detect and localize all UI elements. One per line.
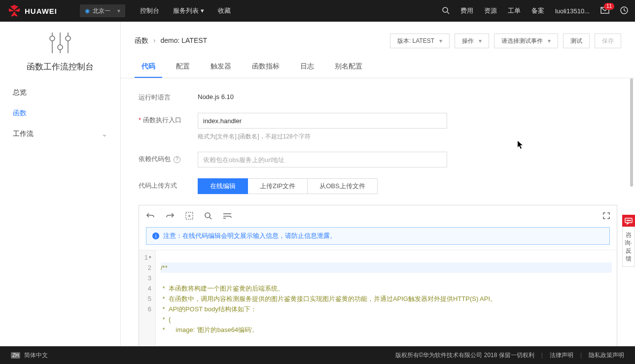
line-gutter: 1▾23456 [139,250,156,346]
tab-metrics[interactable]: 函数指标 [245,57,286,78]
top-bar-right: 费用 资源 工单 备案 luoli13510... 11 [442,6,628,16]
upload-mode-group: 在线编辑 上传ZIP文件 从OBS上传文件 [198,178,503,194]
main-area: 函数 › demo: LATEST 版本: LATEST▾ 操作▾ 请选择测试事… [121,22,635,346]
search-icon[interactable] [442,6,450,16]
nav-console[interactable]: 控制台 [140,6,159,15]
sidebar: 函数工作流控制台 总览 函数 工作流⌄ [0,22,121,346]
pin-icon: ◉ [85,7,90,14]
find-icon[interactable] [204,212,212,221]
wrap-icon[interactable] [223,212,232,221]
nav-services[interactable]: 服务列表 ▾ [173,6,204,15]
footer: ZH 简体中文 版权所有©华为软件技术有限公司 2018 保留一切权利 | 法律… [0,346,635,364]
huawei-petal-icon [8,4,21,17]
caret-down-icon: ▾ [548,37,551,44]
breadcrumb-root[interactable]: 函数 [135,36,148,44]
seg-online[interactable]: 在线编辑 [198,178,248,194]
footer-copyright: 版权所有©华为软件技术有限公司 2018 保留一切权利 [395,351,534,360]
sidebar-item-overview[interactable]: 总览 [0,82,120,103]
svg-point-12 [205,213,210,218]
operate-dropdown[interactable]: 操作▾ [455,33,489,48]
feedback-tab[interactable]: 咨询·反馈 [622,227,635,267]
sidebar-title: 函数工作流控制台 [27,61,94,72]
nav-backup[interactable]: 备案 [531,6,544,15]
version-dropdown[interactable]: 版本: LATEST▾ [390,33,450,48]
help-icon[interactable]: ? [174,156,180,163]
breadcrumb-current: demo: LATEST [160,36,207,44]
sidebar-item-workflow[interactable]: 工作流⌄ [0,124,120,144]
dep-input[interactable] [198,152,447,167]
top-bar: HUAWEI ◉ 北京一 ▾ 控制台 服务列表 ▾ 收藏 费用 资源 工单 备案… [0,0,635,22]
region-label: 北京一 [93,7,110,15]
footer-lang[interactable]: 简体中文 [24,351,48,360]
clock-icon[interactable] [620,6,628,16]
code-area[interactable]: 1▾23456 /** * 本函数将构建一个图片鉴黄的后端系统。 * 在函数中，… [139,250,617,346]
chevron-down-icon: ▾ [117,7,120,14]
entry-label: 函数执行入口 [143,116,181,124]
mail-icon[interactable]: 11 [600,7,609,15]
dep-label: 依赖代码包 [139,155,171,163]
test-button[interactable]: 测试 [563,33,590,48]
notification-badge: 11 [604,3,614,10]
region-selector[interactable]: ◉ 北京一 ▾ [80,4,125,17]
brand-logo[interactable]: HUAWEI [0,0,65,22]
tabs: 代码 配置 触发器 函数指标 日志 别名配置 [121,57,635,78]
footer-privacy[interactable]: 隐私政策声明 [589,351,624,360]
svg-point-7 [58,45,63,50]
svg-point-0 [443,7,448,12]
caret-down-icon: ▾ [479,37,482,44]
save-button: 保存 [595,33,621,48]
nav-ticket[interactable]: 工单 [508,6,521,15]
content-area: 运行时语言 Node.js 6.10 *函数执行入口 格式为[文件名].[函数名… [121,78,635,346]
svg-point-20 [628,220,629,221]
code-editor: + i 注意：在线代码编辑会明文展示输入信息，请防止信息泄露。 1▾23456 … [139,205,617,346]
nav-fee[interactable]: 费用 [460,6,473,15]
info-icon: i [152,232,159,239]
sidebar-item-functions[interactable]: 函数 [0,103,120,124]
top-nav: 控制台 服务列表 ▾ 收藏 [140,6,231,15]
runtime-label: 运行时语言 [139,90,198,102]
redo-icon[interactable] [166,212,175,221]
svg-line-1 [447,12,449,14]
fullscreen-icon[interactable] [603,212,610,221]
svg-point-9 [66,36,71,41]
seg-zip[interactable]: 上传ZIP文件 [247,178,308,194]
feedback-icon[interactable] [622,215,635,228]
test-event-dropdown[interactable]: 请选择测试事件▾ [494,33,558,48]
svg-point-21 [630,220,631,221]
runtime-value: Node.js 6.10 [198,90,503,100]
sliders-icon [46,31,74,55]
nav-user[interactable]: luoli13510... [555,7,590,15]
entry-help: 格式为[文件名].[函数名]，不超过128个字符 [198,132,503,141]
svg-text:i: i [155,233,156,239]
add-box-icon[interactable]: + [185,212,193,221]
svg-point-5 [50,36,55,41]
editor-notice: i 注意：在线代码编辑会明文展示输入信息，请防止信息泄露。 [146,227,610,245]
svg-text:+: + [188,213,191,219]
footer-legal[interactable]: 法律声明 [550,351,573,360]
tab-config[interactable]: 配置 [169,57,197,78]
scrollbar[interactable] [630,78,633,187]
lang-badge[interactable]: ZH [11,352,20,359]
tab-logs[interactable]: 日志 [293,57,321,78]
tab-alias[interactable]: 别名配置 [328,57,369,78]
tab-code[interactable]: 代码 [135,57,162,78]
sidebar-logo: 函数工作流控制台 [0,31,120,72]
tab-trigger[interactable]: 触发器 [204,57,238,78]
svg-point-19 [627,220,628,221]
chevron-down-icon: ⌄ [102,130,107,138]
seg-obs[interactable]: 从OBS上传文件 [307,178,377,194]
cursor-icon [517,140,524,149]
svg-line-13 [210,217,212,219]
nav-favorites[interactable]: 收藏 [218,6,231,15]
entry-input[interactable] [198,113,447,129]
nav-resource[interactable]: 资源 [484,6,497,15]
undo-icon[interactable] [146,212,155,221]
breadcrumb: 函数 › demo: LATEST [135,36,207,45]
upload-label: 代码上传方式 [139,178,198,190]
brand-text: HUAWEI [25,7,57,15]
caret-down-icon: ▾ [439,37,442,44]
